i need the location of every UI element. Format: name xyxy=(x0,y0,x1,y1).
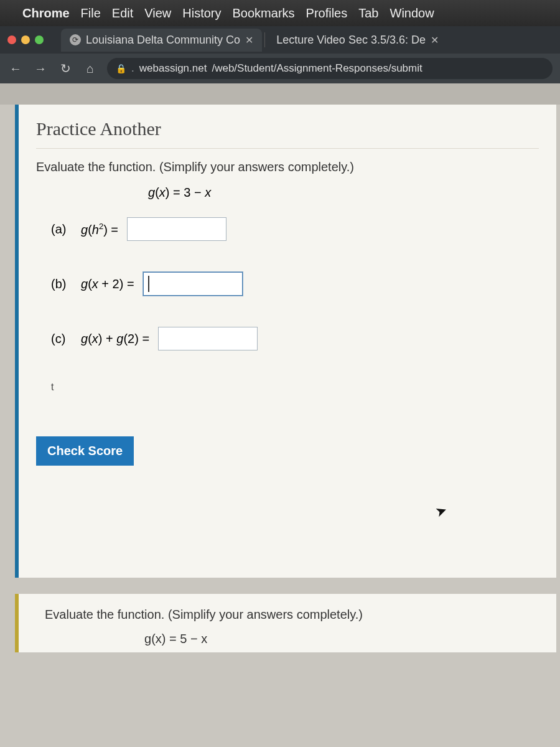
tab-title: Louisiana Delta Community Co xyxy=(86,34,240,47)
chrome-toolbar: ← → ↻ ⌂ 🔒 . webassign.net /web/Student/A… xyxy=(0,54,560,83)
part-c-input[interactable] xyxy=(158,327,258,350)
menu-app[interactable]: Chrome xyxy=(22,6,70,21)
part-a-input[interactable] xyxy=(127,217,226,241)
menu-edit[interactable]: Edit xyxy=(112,6,133,21)
back-icon[interactable]: ← xyxy=(7,62,24,76)
part-a-row: (a) g(h2) = xyxy=(51,217,539,241)
close-window-icon[interactable] xyxy=(7,35,16,44)
part-b-expression: g(x + 2) = xyxy=(81,277,134,291)
minimize-window-icon[interactable] xyxy=(21,35,30,44)
url-path: /web/Student/Assignment-Responses/submit xyxy=(212,62,422,75)
close-tab-icon[interactable]: ✕ xyxy=(245,34,253,46)
macos-menubar: Chrome File Edit View History Bookmarks … xyxy=(0,0,560,26)
reload-icon[interactable]: ↻ xyxy=(57,61,73,76)
next-function-definition: g(x) = 5 − x xyxy=(144,632,539,646)
check-score-button[interactable]: Check Score xyxy=(36,436,134,466)
next-question-card: Evaluate the function. (Simplify your an… xyxy=(15,594,556,652)
url-prefix: . xyxy=(131,62,134,75)
part-c-expression: g(x) + g(2) = xyxy=(81,332,149,346)
menu-file[interactable]: File xyxy=(81,6,101,21)
home-icon[interactable]: ⌂ xyxy=(82,62,98,76)
function-definition: g(x) = 3 − x xyxy=(148,186,539,200)
browser-tab-active[interactable]: ⟳ Louisiana Delta Community Co ✕ xyxy=(61,29,262,52)
text-cursor-icon xyxy=(148,276,149,292)
part-c-row: (c) g(x) + g(2) = xyxy=(51,327,539,350)
chrome-tabstrip: ⟳ Louisiana Delta Community Co ✕ Lecture… xyxy=(0,26,560,54)
tab-title: Lecture Video Sec 3.5/3.6: De xyxy=(276,34,426,47)
menu-tab[interactable]: Tab xyxy=(358,6,378,21)
forward-icon[interactable]: → xyxy=(32,62,49,76)
part-c-label: (c) xyxy=(51,332,76,346)
lock-icon: 🔒 xyxy=(116,63,126,73)
part-b-row: (b) g(x + 2) = xyxy=(51,272,539,296)
window-controls xyxy=(7,35,44,44)
question-card: Practice Another Evaluate the function. … xyxy=(15,105,556,578)
address-bar[interactable]: 🔒 . webassign.net /web/Student/Assignmen… xyxy=(107,58,553,79)
stray-text: t xyxy=(51,382,539,393)
menu-profiles[interactable]: Profiles xyxy=(306,6,348,21)
maximize-window-icon[interactable] xyxy=(35,35,44,44)
page-content: Practice Another Evaluate the function. … xyxy=(0,105,560,747)
part-b-label: (b) xyxy=(51,277,76,291)
tab-separator xyxy=(264,32,265,47)
url-host: webassign.net xyxy=(139,62,207,75)
next-question-instruction: Evaluate the function. (Simplify your an… xyxy=(45,608,539,622)
practice-another-title: Practice Another xyxy=(36,105,539,149)
menu-view[interactable]: View xyxy=(144,6,171,21)
menu-history[interactable]: History xyxy=(182,6,221,21)
close-tab-icon[interactable]: ✕ xyxy=(431,34,439,46)
part-b-input[interactable] xyxy=(143,272,243,296)
question-instruction: Evaluate the function. (Simplify your an… xyxy=(36,160,539,174)
part-a-label: (a) xyxy=(51,222,76,237)
part-a-expression: g(h2) = xyxy=(81,222,118,237)
favicon-icon: ⟳ xyxy=(70,34,81,45)
menu-window[interactable]: Window xyxy=(390,6,434,21)
browser-tab[interactable]: Lecture Video Sec 3.5/3.6: De ✕ xyxy=(268,29,447,52)
menu-bookmarks[interactable]: Bookmarks xyxy=(233,6,295,21)
